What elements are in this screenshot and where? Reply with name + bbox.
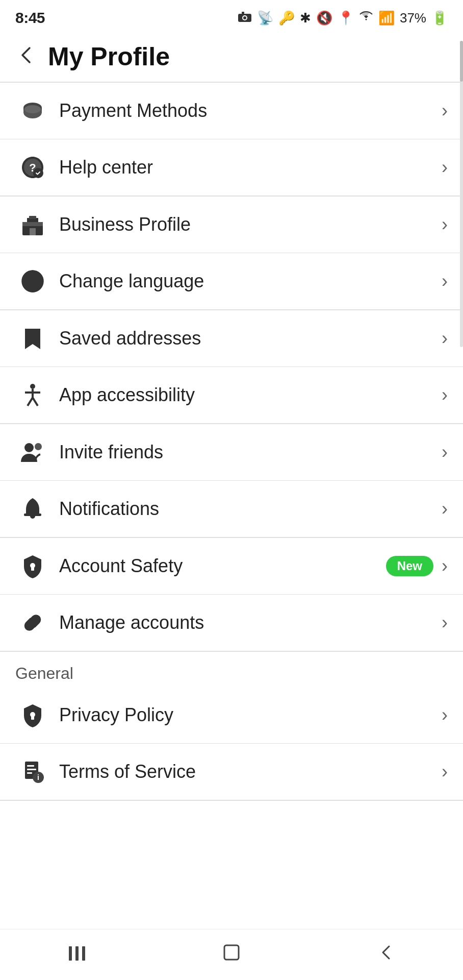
menu-item-app-accessibility[interactable]: App accessibility › — [0, 367, 463, 423]
chevron-icon: › — [442, 761, 448, 782]
chevron-icon: › — [442, 271, 448, 292]
camera-icon — [238, 10, 252, 26]
page-title: My Profile — [48, 42, 170, 71]
invite-icon — [15, 439, 50, 465]
bookmark-icon — [15, 326, 50, 351]
manage-accounts-label: Manage accounts — [59, 612, 442, 633]
saved-addresses-label: Saved addresses — [59, 328, 442, 349]
general-section-label: General — [0, 652, 463, 687]
svg-rect-3 — [242, 12, 244, 14]
nav-back-button[interactable] — [375, 941, 397, 968]
svg-rect-28 — [24, 513, 41, 516]
svg-point-26 — [24, 443, 34, 452]
svg-rect-39 — [69, 946, 72, 961]
location-icon: 📍 — [338, 10, 354, 26]
menu-item-notifications[interactable]: Notifications › — [0, 481, 463, 537]
svg-text:i: i — [37, 773, 39, 781]
scrollbar-thumb[interactable] — [460, 41, 463, 82]
status-time: 8:45 — [15, 9, 45, 27]
svg-rect-34 — [27, 765, 34, 767]
key-icon: 🔑 — [278, 10, 295, 26]
privacy-policy-label: Privacy Policy — [59, 704, 442, 726]
navigation-bar — [0, 929, 463, 980]
chevron-icon: › — [442, 157, 448, 178]
terms-icon: i — [15, 759, 50, 785]
business-profile-label: Business Profile — [59, 214, 442, 235]
menu-item-help-center[interactable]: ? Help center › — [0, 139, 463, 195]
mute-icon: 🔇 — [316, 10, 332, 26]
svg-point-10 — [24, 105, 41, 113]
svg-rect-41 — [82, 946, 85, 961]
payment-methods-label: Payment Methods — [59, 100, 442, 121]
menu-item-privacy-policy[interactable]: Privacy Policy › — [0, 687, 463, 743]
nav-recent-button[interactable] — [66, 941, 88, 968]
svg-rect-17 — [30, 228, 36, 235]
divider-12 — [0, 800, 463, 801]
chevron-icon: › — [442, 442, 448, 463]
business-icon — [15, 212, 50, 237]
help-center-label: Help center — [59, 157, 442, 178]
help-icon: ? — [15, 155, 50, 180]
shield-lock-icon — [15, 553, 50, 579]
menu-item-invite-friends[interactable]: Invite friends › — [0, 424, 463, 480]
menu-item-manage-accounts[interactable]: Manage accounts › — [0, 595, 463, 651]
change-language-label: Change language — [59, 271, 442, 292]
chevron-icon: › — [442, 100, 448, 121]
bell-icon — [15, 496, 50, 522]
invite-friends-label: Invite friends — [59, 442, 442, 463]
svg-rect-30 — [31, 567, 34, 571]
menu-item-business-profile[interactable]: Business Profile › — [0, 197, 463, 253]
payment-icon — [15, 98, 50, 124]
accessibility-icon — [15, 382, 50, 408]
chevron-icon: › — [442, 214, 448, 235]
status-icons: 📡 🔑 ✱ 🔇 📍 📶 37% 🔋 — [238, 10, 448, 26]
notifications-label: Notifications — [59, 498, 442, 520]
menu-item-terms-of-service[interactable]: i Terms of Service › — [0, 744, 463, 800]
header: My Profile — [0, 32, 463, 82]
chevron-icon: › — [442, 498, 448, 520]
svg-rect-15 — [29, 216, 36, 219]
app-accessibility-label: App accessibility — [59, 384, 442, 406]
svg-rect-16 — [22, 222, 43, 226]
svg-rect-35 — [27, 769, 36, 770]
svg-rect-32 — [31, 716, 34, 720]
menu-item-change-language[interactable]: Change language › — [0, 253, 463, 309]
svg-point-21 — [30, 384, 35, 389]
svg-point-2 — [243, 16, 246, 19]
chevron-icon: › — [442, 328, 448, 349]
chevron-icon: › — [442, 704, 448, 726]
bluetooth-icon: ✱ — [300, 10, 311, 26]
signal-icon: 📶 — [378, 10, 395, 26]
menu-item-account-safety[interactable]: Account Safety New › — [0, 538, 463, 594]
svg-point-27 — [35, 443, 42, 450]
menu-item-saved-addresses[interactable]: Saved addresses › — [0, 310, 463, 366]
svg-line-25 — [33, 398, 38, 406]
svg-rect-42 — [224, 945, 239, 960]
svg-rect-40 — [75, 946, 79, 961]
link-icon — [15, 610, 50, 635]
back-button[interactable] — [15, 44, 38, 70]
privacy-shield-icon — [15, 702, 50, 728]
language-icon — [15, 268, 50, 294]
new-badge: New — [386, 556, 433, 576]
scrollbar-track — [460, 41, 463, 347]
menu-item-payment-methods[interactable]: Payment Methods › — [0, 83, 463, 139]
wifi-icon — [359, 10, 373, 26]
terms-of-service-label: Terms of Service — [59, 761, 442, 782]
battery-icon: 🔋 — [431, 10, 448, 26]
account-safety-label: Account Safety — [59, 555, 386, 577]
svg-line-24 — [28, 398, 33, 406]
chevron-icon: › — [442, 384, 448, 406]
status-bar: 8:45 📡 🔑 ✱ 🔇 📍 — [0, 0, 463, 32]
svg-rect-36 — [27, 772, 32, 774]
chevron-icon: › — [442, 612, 448, 633]
chevron-icon: › — [442, 555, 448, 577]
battery-text: 37% — [400, 10, 426, 26]
nfc-icon: 📡 — [257, 10, 273, 26]
nav-home-button[interactable] — [220, 941, 243, 968]
